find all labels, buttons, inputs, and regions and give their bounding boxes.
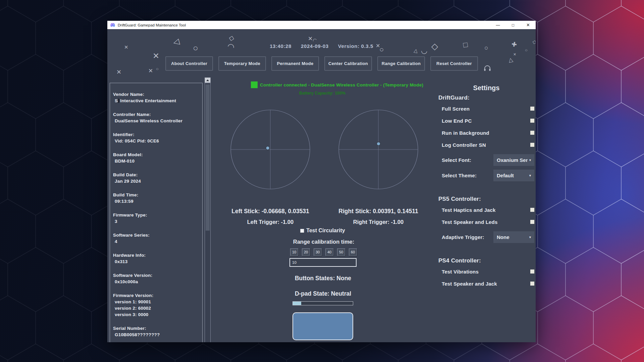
toolbar: About ControllerTemporary ModePermanent …	[165, 56, 478, 71]
maximize-button[interactable]: □	[505, 21, 521, 29]
setting-label-full-screen: Full Screen	[442, 106, 530, 112]
toolbar-button-reset-controller[interactable]: Reset Controller	[430, 56, 478, 71]
settings-heading-ps4-controller: PS4 Controller:	[438, 257, 534, 264]
setting-label-adaptive-trigger: Adaptive Trigger:	[442, 234, 493, 240]
setting-label-log-controller-sn: Log Controller SN	[442, 142, 530, 148]
settings-title: Settings	[438, 83, 534, 92]
right-stick-dot	[377, 142, 380, 145]
dropdown-select-theme[interactable]: Default▼	[493, 170, 534, 181]
settings-row: Adaptive Trigger:None▼	[442, 231, 534, 243]
settings-heading-driftguard: DriftGuard:	[438, 94, 534, 101]
close-button[interactable]: ✕	[521, 21, 536, 29]
info-field-label: Hardware Info:	[113, 252, 200, 258]
preset-button-40[interactable]: 40	[325, 248, 333, 256]
window-title: DriftGuard: Gamepad Maintenance Tool	[118, 23, 186, 27]
test-circularity-checkbox[interactable]	[300, 229, 304, 233]
controller-info-panel: Vendor Name:SInteractive EntertainmentCo…	[110, 83, 203, 342]
setting-label-select-font: Select Font:	[442, 157, 493, 163]
toolbar-button-about-controller[interactable]: About Controller	[165, 56, 213, 71]
info-field-value: Jan 29 2024	[113, 178, 200, 184]
checkbox-test-speaker-and-jack[interactable]	[530, 282, 534, 286]
dpad-state-text: D-pad State: Neutral	[295, 290, 351, 297]
left-trigger-value: Left Trigger: -1.00	[247, 219, 293, 225]
cross-icon: ✕	[148, 68, 153, 74]
scrollbar-track[interactable]	[205, 83, 211, 342]
minimize-button[interactable]: —	[490, 21, 505, 29]
scrollbar	[205, 77, 211, 342]
right-stick-display	[338, 109, 419, 190]
info-field-label: Identifier:	[113, 131, 200, 138]
test-circularity-label: Test Circularity	[306, 228, 345, 234]
toolbar-button-temporary-mode[interactable]: Temporary Mode	[218, 56, 266, 71]
right-trigger-value: Right Trigger: -1.00	[353, 219, 404, 225]
setting-label-low-end-pc: Low End PC	[442, 118, 530, 124]
settings-row: Select Theme:Default▼	[442, 170, 534, 181]
button-states-text: Button States: None	[295, 275, 351, 282]
info-field-value: version 2: 60002	[113, 305, 200, 311]
info-field-label: Software Series:	[113, 232, 200, 238]
title-bar: DriftGuard: Gamepad Maintenance Tool — □…	[107, 21, 536, 29]
dropdown-adaptive-trigger[interactable]: None▼	[493, 231, 534, 243]
info-field-label: Serial Number:	[113, 325, 200, 331]
settings-body: DriftGuard:Full ScreenLow End PCRun in B…	[438, 94, 534, 286]
range-time-input[interactable]	[289, 258, 357, 267]
info-field-value: G10B0058????????	[113, 331, 200, 338]
checkbox-run-in-background[interactable]	[530, 131, 534, 135]
touchpad-display	[292, 312, 353, 340]
preset-button-20[interactable]: 20	[302, 248, 310, 256]
scroll-up-button[interactable]	[205, 77, 211, 83]
settings-panel: Settings DriftGuard:Full ScreenLow End P…	[437, 79, 536, 293]
app-icon	[110, 22, 115, 28]
scrollbar-thumb[interactable]	[206, 84, 210, 231]
desktop: DriftGuard: Gamepad Maintenance Tool — □…	[0, 0, 644, 362]
left-stick-display	[230, 109, 311, 190]
toolbar-button-permanent-mode[interactable]: Permanent Mode	[271, 56, 319, 71]
info-field-value: Vid: 054C Pid: 0CE6	[113, 138, 200, 144]
left-stick-dot	[266, 146, 270, 150]
info-field-value: BDM-010	[113, 158, 200, 164]
checkbox-log-controller-sn[interactable]	[530, 143, 534, 147]
chevron-down-icon: ▼	[529, 159, 532, 162]
preset-button-30[interactable]: 30	[314, 248, 322, 256]
toolbar-button-center-calibration[interactable]: Center Calibration	[324, 56, 372, 71]
preset-button-50[interactable]: 50	[337, 248, 345, 256]
connection-status-text: Controller connected - DualSense Wireles…	[260, 82, 423, 87]
toolbar-button-range-calibration[interactable]: Range Calibration	[377, 56, 425, 71]
window-body: ◁○◇◠✕✕✕✕○✕◠✕○△◠◇□○✚○◇△✕ 13:40:28 2024-09…	[107, 29, 536, 342]
checkbox-test-speaker-and-leds[interactable]	[530, 220, 534, 224]
dropdown-value: Default	[497, 173, 528, 178]
diamond-icon: ◇	[228, 34, 235, 42]
cross-icon: ✕	[116, 69, 121, 75]
info-field: Software Version:0x10c000a	[113, 272, 200, 285]
info-field: Serial Number:G10B0058????????	[113, 325, 200, 338]
preset-button-10[interactable]: 10	[290, 248, 298, 256]
info-field: Board Model:BDM-010	[113, 152, 200, 164]
preset-button-60[interactable]: 60	[349, 248, 357, 256]
checkbox-low-end-pc[interactable]	[530, 119, 534, 123]
setting-label-select-theme: Select Theme:	[442, 173, 493, 178]
info-field-label: Software Version:	[113, 272, 200, 279]
info-field-label: Controller Name:	[113, 111, 200, 118]
headset-icon	[484, 65, 491, 72]
dropdown-select-font[interactable]: Oxanium Sem▼	[493, 154, 534, 166]
info-field: Hardware Info:0x313	[113, 252, 200, 265]
info-field-value: 09:13:59	[113, 198, 200, 204]
app-window: DriftGuard: Gamepad Maintenance Tool — □…	[107, 21, 536, 342]
setting-label-test-vibrations: Test Vibrations	[442, 269, 530, 275]
text-caret	[118, 99, 119, 103]
settings-heading-ps5-controller: PS5 Controller:	[438, 195, 534, 202]
info-field-label: Vendor Name:	[113, 91, 200, 98]
settings-row: Test Vibrations	[442, 269, 534, 274]
checkbox-test-vibrations[interactable]	[530, 269, 534, 274]
battery-capacity-text: Battery Capacity: 100%	[299, 91, 345, 96]
info-field-value: DualSense Wireless Controller	[113, 118, 200, 124]
checkbox-test-haptics-and-jack[interactable]	[530, 208, 534, 212]
chevron-down-icon: ▼	[529, 236, 532, 239]
progress-bar	[292, 301, 353, 305]
status-time-row: 13:40:28 2024-09-03 Version: 0.3.5	[107, 43, 536, 49]
settings-row: Select Font:Oxanium Sem▼	[442, 154, 534, 166]
settings-row: Log Controller SN	[442, 142, 534, 147]
cross-icon: ✕	[513, 53, 516, 56]
info-field-value: 0x313	[113, 258, 200, 265]
checkbox-full-screen[interactable]	[530, 107, 534, 111]
